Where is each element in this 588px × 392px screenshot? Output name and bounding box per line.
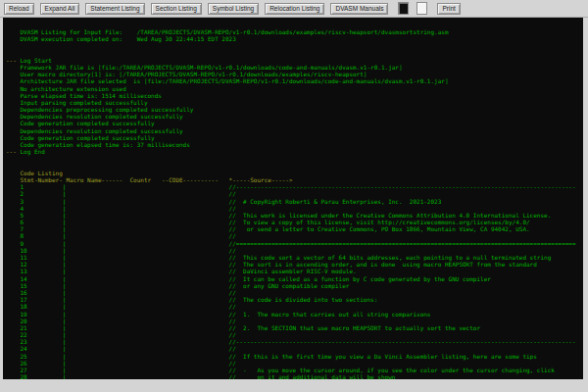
listing-title: Code Listing: [6, 170, 583, 176]
listing-row: 28 | // on it and additional data will b…: [6, 373, 583, 379]
blank-line: [6, 42, 583, 49]
listing-row: 6 | // To view a copy of this license, v…: [6, 219, 583, 225]
listing-row: 7 | // or send a letter to Creative Comm…: [6, 225, 583, 232]
listing-row: 9 | //==================================…: [6, 240, 583, 247]
black-swatch-button[interactable]: [398, 2, 409, 15]
toolbar-button-symbol-listing[interactable]: Symbol Listing: [208, 3, 259, 15]
listing-row: 11 | // This code sort a vector of 64 bi…: [6, 254, 583, 261]
listing-row: 18 | //: [6, 303, 583, 310]
log-line: Parse elapsed time is: 1514 milliseconds: [6, 92, 583, 99]
toolbar-button-relocation-listing[interactable]: Relocation Listing: [265, 3, 324, 15]
listing-row: 20 | //: [6, 318, 583, 324]
blank-line: [6, 155, 583, 162]
log-line: Code generation elapsed time is: 37 mill…: [6, 141, 583, 148]
listing-row: 26 | //: [6, 360, 583, 367]
info-line: DVASM Listing for Input File: /TAREA/PRO…: [6, 28, 583, 35]
print-button[interactable]: Print: [437, 3, 460, 15]
log-start-dashes: ---: [6, 57, 20, 64]
listing-row: 23 | //---------------------------------…: [6, 338, 583, 345]
log-line: Input parsing completed successfully: [6, 99, 583, 106]
log-end-label: Log End: [20, 148, 44, 155]
listing-row: 13 | // DaVinci assembler RISC-V module.: [6, 268, 583, 274]
log-line: Code generation completed successfully: [6, 134, 583, 141]
log-end-dashes: ---: [6, 148, 20, 155]
log-end-line: --- Log End: [6, 148, 583, 155]
listing-row: 1 | //----------------------------------…: [6, 183, 583, 190]
log-line: No architecture extension used: [6, 85, 583, 92]
toolbar: ReloadExpand AllStatement ListingSection…: [0, 0, 588, 18]
info-line: DVASM execution completed on: Wed Aug 30…: [6, 35, 583, 42]
log-line: Dependencies preprocessing completed suc…: [6, 106, 583, 113]
toolbar-button-statement-listing[interactable]: Statement Listing: [85, 3, 144, 15]
blank-line: [6, 50, 583, 57]
listing-row: 3 | // # CopyRight Roberti & Parau Enter…: [6, 198, 583, 205]
toolbar-button-expand-all[interactable]: Expand All: [40, 3, 80, 15]
listing-row: 17 | // The code is divided into two sec…: [6, 296, 583, 303]
listing-row: 5 | // This work is licensed under the C…: [6, 212, 583, 219]
listing-row: 2 | //: [6, 190, 583, 197]
listing-row: 8 | //: [6, 232, 583, 239]
listing-terminal: DVASM Listing for Input File: /TAREA/PRO…: [3, 18, 583, 379]
toolbar-button-reload[interactable]: Reload: [4, 3, 34, 15]
toolbar-button-section-listing[interactable]: Section Listing: [151, 3, 202, 15]
log-line: Dependencies resolution completed succes…: [6, 113, 583, 120]
listing-row: 15 | // or any GNU compatible compiler: [6, 282, 583, 289]
log-line: Architecture JAR file selected is [file:…: [6, 77, 583, 84]
log-start-label: Log Start: [20, 57, 52, 64]
listing-row: 25 | // If this is the first time you vi…: [6, 353, 583, 360]
log-line: Dependencies resolution completed succes…: [6, 127, 583, 134]
listing-row: 16 | //: [6, 289, 583, 296]
listing-header: Stmt-Number- Macro Name------ Countr --C…: [6, 176, 583, 183]
listing-title-text: Code Listing: [6, 170, 63, 176]
app-window: { "toolbar": { "buttons": ["Reload","Exp…: [0, 0, 588, 392]
listing-row: 22 | //: [6, 331, 583, 338]
listing-row: 10 | //: [6, 247, 583, 254]
log-start-line: --- Log Start: [6, 57, 583, 64]
listing-row: 19 | // 1. The macro that carries out al…: [6, 311, 583, 318]
toolbar-buttons: ReloadExpand AllStatement ListingSection…: [4, 3, 388, 15]
toolbar-button-dvasm-manuals[interactable]: DVASM Manuals: [330, 3, 388, 15]
listing-row: 14 | // It can be called as a function b…: [6, 275, 583, 282]
listing-row: 4 | //: [6, 205, 583, 212]
blank-line: [6, 163, 583, 170]
log-line: Framework JAR file is [file:/TAREA/PROJE…: [6, 64, 583, 71]
listing-row: 24 | //: [6, 345, 583, 352]
log-line: User macro directory[1] is: [/TAREA/PROJ…: [6, 71, 583, 77]
log-line: Code generation completed successfully: [6, 120, 583, 126]
white-swatch-button[interactable]: [416, 2, 427, 15]
listing-row: 21 | // 2. The SECTION that use macro HE…: [6, 324, 583, 331]
listing-row: 27 | // - As you move the cursor around,…: [6, 367, 583, 373]
listing-row: 12 | // The sort is in ascending order, …: [6, 261, 583, 268]
listing-header-text: Stmt-Number- Macro Name------ Countr --C…: [6, 176, 293, 183]
